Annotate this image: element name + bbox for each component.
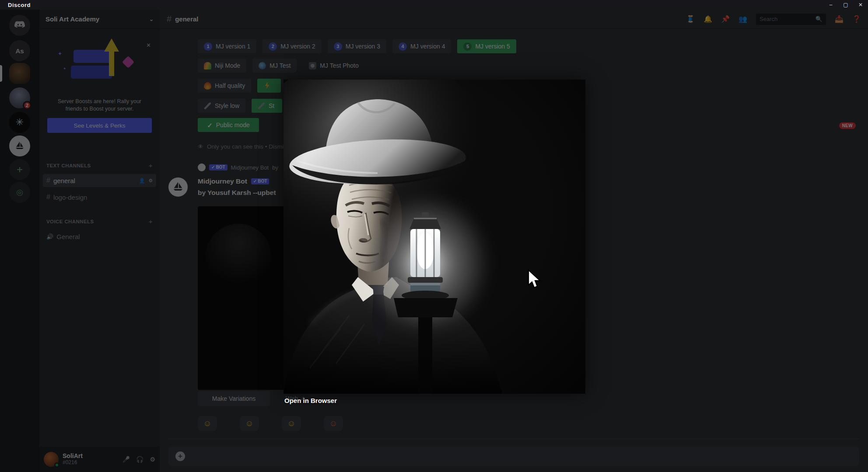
app-title: Discord bbox=[8, 2, 31, 8]
title-bar: Discord – ▢ ✕ bbox=[0, 0, 868, 10]
portrait-photo bbox=[284, 80, 585, 394]
window-controls: – ▢ ✕ bbox=[823, 0, 868, 10]
lightbox-image[interactable] bbox=[284, 80, 585, 394]
mouse-cursor bbox=[527, 269, 542, 291]
close-button[interactable]: ✕ bbox=[853, 0, 868, 10]
open-in-browser-link[interactable]: Open in Browser bbox=[284, 397, 337, 404]
discord-window: Discord – ▢ ✕ As 2 ✳ + ◎ bbox=[0, 0, 868, 472]
minimize-button[interactable]: – bbox=[823, 0, 838, 10]
maximize-button[interactable]: ▢ bbox=[838, 0, 853, 10]
